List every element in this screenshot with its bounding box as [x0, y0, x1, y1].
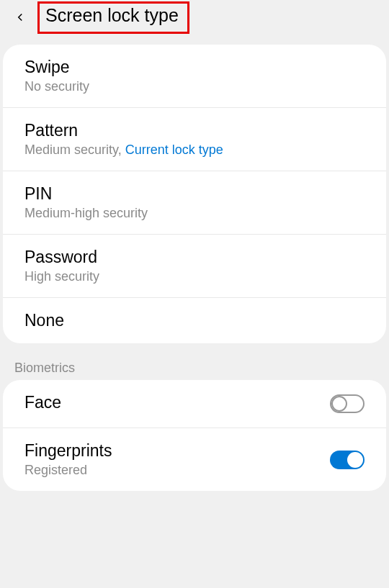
- chevron-left-icon: [14, 11, 27, 24]
- option-title: None: [24, 311, 365, 330]
- title-highlight-box: Screen lock type: [37, 1, 189, 34]
- lock-option-pattern[interactable]: Pattern Medium security, Current lock ty…: [3, 108, 386, 171]
- option-subtitle: High security: [24, 269, 365, 284]
- option-subtitle: Medium-high security: [24, 206, 365, 221]
- page-title: Screen lock type: [45, 5, 179, 25]
- biometrics-card: Face Fingerprints Registered: [3, 380, 386, 491]
- option-subtitle: Registered: [24, 463, 330, 478]
- section-biometrics: Biometrics: [0, 343, 389, 380]
- toggle-knob: [347, 452, 363, 468]
- lock-option-none[interactable]: None: [3, 298, 386, 343]
- current-lock-link: Current lock type: [125, 143, 223, 157]
- face-toggle[interactable]: [330, 394, 365, 413]
- option-title: Pattern: [24, 121, 365, 140]
- fingerprints-toggle[interactable]: [330, 451, 365, 469]
- option-title: Password: [24, 248, 365, 267]
- option-title: PIN: [24, 184, 365, 204]
- toggle-knob: [331, 396, 347, 412]
- option-title: Fingerprints: [24, 441, 330, 461]
- biometric-option-face[interactable]: Face: [3, 380, 386, 428]
- option-title: Face: [24, 393, 330, 412]
- option-subtitle: Medium security, Current lock type: [24, 143, 365, 158]
- option-subtitle: No security: [24, 79, 365, 94]
- back-button[interactable]: [9, 6, 32, 29]
- lock-option-password[interactable]: Password High security: [3, 235, 386, 298]
- option-title: Swipe: [24, 58, 365, 77]
- lock-options-card: Swipe No security Pattern Medium securit…: [3, 45, 386, 343]
- biometric-option-fingerprints[interactable]: Fingerprints Registered: [3, 428, 386, 491]
- lock-option-swipe[interactable]: Swipe No security: [3, 45, 386, 108]
- lock-option-pin[interactable]: PIN Medium-high security: [3, 171, 386, 235]
